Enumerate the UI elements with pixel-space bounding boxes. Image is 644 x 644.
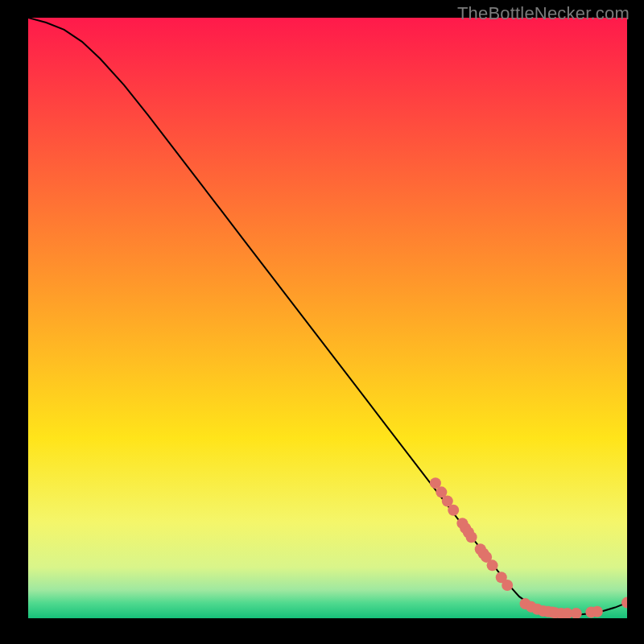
marker-point	[466, 531, 477, 543]
plot-area	[28, 18, 627, 618]
watermark-text: TheBottleNecker.com	[457, 3, 630, 24]
chart-svg	[28, 18, 627, 618]
marker-point	[448, 505, 459, 516]
marker-point	[487, 559, 498, 571]
chart-stage: TheBottleNecker.com	[0, 0, 644, 644]
marker-point	[502, 580, 513, 591]
gradient-background	[28, 18, 627, 618]
marker-point	[592, 606, 603, 617]
